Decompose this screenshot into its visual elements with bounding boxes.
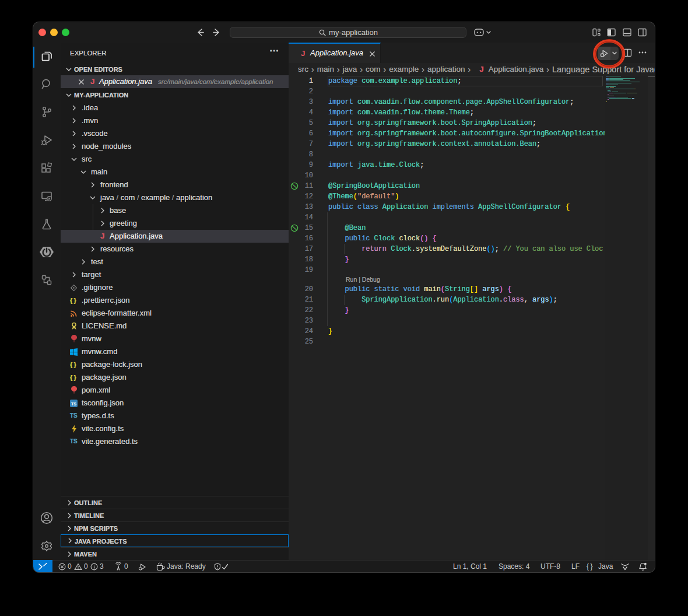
svg-text:TS: TS bbox=[71, 402, 76, 406]
